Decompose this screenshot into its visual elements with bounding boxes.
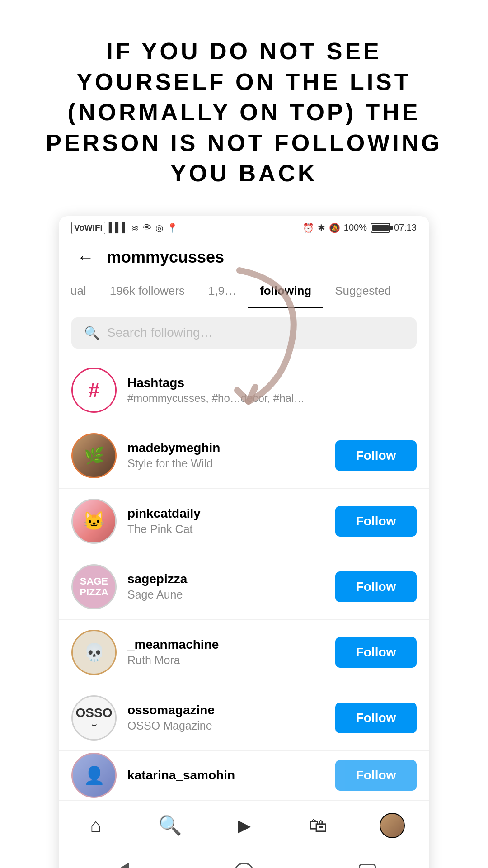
battery-fill — [372, 225, 389, 231]
list-item[interactable]: 🐱 pinkcatdaily The Pink Cat Follow — [59, 489, 429, 554]
avatar-emoji: 👤 — [84, 765, 105, 785]
avatar-emoji: 💀 — [84, 642, 105, 662]
phone-mockup: VoWiFi ▌▌▌ ≋ 👁 ◎ 📍 ⏰ ✱ 🔕 100% 07:13 ← mo… — [59, 216, 429, 868]
nav-home-button[interactable]: ⌂ — [78, 812, 114, 839]
list-item[interactable]: 💀 _meanmachine Ruth Mora Follow — [59, 620, 429, 685]
user-info: pinkcatdaily The Pink Cat — [127, 506, 324, 536]
battery-percent: 100% — [344, 222, 367, 233]
reels-icon: ▶ — [238, 816, 251, 835]
user-handle: sagepizza — [127, 572, 324, 586]
wifi-icon: ≋ — [131, 222, 139, 233]
user-info: katarina_samohin — [127, 768, 324, 783]
tab-following[interactable]: following — [248, 274, 323, 308]
tab-followers[interactable]: 196k followers — [98, 274, 197, 308]
user-display-name: Style for the Wild — [127, 457, 324, 470]
follow-button[interactable]: Follow — [335, 506, 417, 537]
nav-bar: ← mommycusses — [59, 240, 429, 274]
follow-button[interactable]: Follow — [335, 760, 417, 791]
search-input[interactable]: Search following… — [107, 326, 212, 340]
avatar-text: OSSO ⌣ — [76, 706, 113, 730]
user-display-name: Sage Aune — [127, 588, 324, 601]
tabs-row: ual 196k followers 1,9… following Sugges… — [59, 274, 429, 308]
instagram-icon: ◎ — [155, 222, 163, 233]
hashtag-icon: # — [89, 379, 99, 401]
recents-square-icon — [359, 864, 376, 868]
user-info: madebymeghin Style for the Wild — [127, 441, 324, 470]
hero-title: IF YOU DO NOT SEE YOURSELF ON THE LIST (… — [0, 0, 488, 207]
list-item[interactable]: 👤 katarina_samohin Follow — [59, 751, 429, 801]
status-bar: VoWiFi ▌▌▌ ≋ 👁 ◎ 📍 ⏰ ✱ 🔕 100% 07:13 — [59, 216, 429, 240]
user-info: sagepizza Sage Aune — [127, 572, 324, 601]
eye-icon: 👁 — [143, 222, 152, 233]
follow-button[interactable]: Follow — [335, 637, 417, 668]
search-bar[interactable]: 🔍 Search following… — [71, 317, 417, 349]
avatar: 👤 — [71, 753, 117, 798]
status-left: VoWiFi ▌▌▌ ≋ 👁 ◎ 📍 — [71, 222, 178, 234]
search-icon: 🔍 — [84, 326, 100, 340]
user-info: Hashtags #mommycusses, #ho…decor, #hal… — [127, 376, 417, 405]
list-item[interactable]: OSSO ⌣ ossomagazine OSSO Magazine Follow — [59, 685, 429, 751]
user-handle: pinkcatdaily — [127, 506, 324, 521]
user-handle: madebymeghin — [127, 441, 324, 455]
profile-username: mommycusses — [107, 248, 224, 273]
avatar-emoji: 🌿 — [84, 446, 104, 465]
follow-button[interactable]: Follow — [335, 440, 417, 471]
user-info: _meanmachine Ruth Mora — [127, 637, 324, 667]
user-display-name: Ruth Mora — [127, 654, 324, 667]
nav-shop-button[interactable]: 🛍 — [300, 812, 336, 839]
user-bio: #mommycusses, #ho…decor, #hal… — [127, 392, 417, 405]
bluetooth-icon: ✱ — [318, 222, 325, 233]
user-handle: _meanmachine — [127, 637, 324, 652]
vowifi-icon: VoWiFi — [71, 222, 105, 234]
android-recents-button[interactable] — [354, 859, 381, 868]
avatar-text: SAGE PIZZA — [80, 576, 108, 598]
avatar-emoji: 🐱 — [83, 510, 105, 532]
location-icon: 📍 — [167, 222, 178, 233]
home-icon: ⌂ — [90, 815, 101, 836]
avatar: 🌿 — [71, 433, 117, 478]
user-handle: katarina_samohin — [127, 768, 324, 783]
avatar: OSSO ⌣ — [71, 695, 117, 741]
user-display-name: OSSO Magazine — [127, 719, 324, 732]
back-triangle-icon — [113, 863, 129, 868]
nav-profile-button[interactable] — [374, 812, 410, 839]
clock: 07:13 — [394, 222, 417, 233]
nav-search-button[interactable]: 🔍 — [152, 812, 188, 839]
alarm-icon: ⏰ — [303, 222, 314, 233]
mute-icon: 🔕 — [329, 222, 340, 233]
battery-icon — [371, 223, 390, 233]
avatar: SAGE PIZZA — [71, 564, 117, 609]
search-icon: 🔍 — [158, 814, 182, 836]
list-item[interactable]: SAGE PIZZA sagepizza Sage Aune Follow — [59, 554, 429, 620]
tab-mutual[interactable]: ual — [59, 274, 98, 308]
nav-reels-button[interactable]: ▶ — [226, 812, 262, 839]
bottom-nav: ⌂ 🔍 ▶ 🛍 — [59, 801, 429, 848]
user-display-name: The Pink Cat — [127, 523, 324, 536]
signal-icon: ▌▌▌ — [109, 222, 128, 233]
android-home-button[interactable] — [230, 859, 258, 868]
list-item[interactable]: 🌿 madebymeghin Style for the Wild Follow — [59, 423, 429, 489]
android-nav-bar — [59, 848, 429, 868]
user-handle: ossomagazine — [127, 703, 324, 717]
avatar: # — [71, 368, 117, 413]
search-container: 🔍 Search following… — [59, 308, 429, 358]
profile-avatar — [380, 813, 405, 838]
follow-button[interactable]: Follow — [335, 703, 417, 733]
tab-suggested[interactable]: Suggested — [323, 274, 403, 308]
home-circle-icon — [234, 863, 254, 868]
status-right: ⏰ ✱ 🔕 100% 07:13 — [303, 222, 417, 233]
tab-following-count[interactable]: 1,9… — [197, 274, 248, 308]
following-list: # Hashtags #mommycusses, #ho…decor, #hal… — [59, 358, 429, 801]
user-handle: Hashtags — [127, 376, 417, 390]
avatar: 💀 — [71, 630, 117, 675]
back-button[interactable]: ← — [77, 248, 94, 274]
avatar: 🐱 — [71, 499, 117, 544]
follow-button[interactable]: Follow — [335, 571, 417, 602]
android-back-button[interactable] — [107, 859, 134, 868]
shop-icon: 🛍 — [309, 815, 328, 836]
user-info: ossomagazine OSSO Magazine — [127, 703, 324, 732]
list-item[interactable]: # Hashtags #mommycusses, #ho…decor, #hal… — [59, 358, 429, 423]
